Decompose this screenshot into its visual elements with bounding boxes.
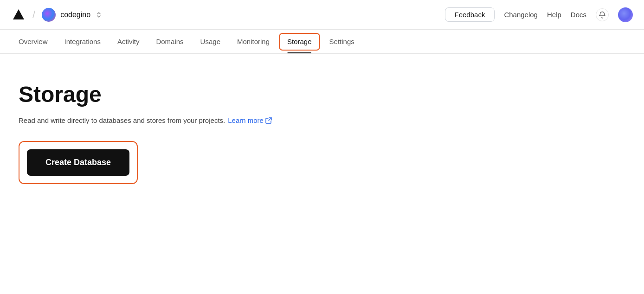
subnav-item-activity[interactable]: Activity [110,30,147,54]
help-link[interactable]: Help [547,11,561,19]
docs-link[interactable]: Docs [571,11,586,19]
chevron-updown-icon[interactable] [95,11,103,19]
subnav-item-storage[interactable]: Storage [279,33,320,51]
sub-navbar: Overview Integrations Activity Domains U… [0,30,644,54]
user-avatar[interactable] [618,7,633,22]
changelog-link[interactable]: Changelog [504,11,538,19]
subnav-item-integrations[interactable]: Integrations [57,30,108,54]
main-content: Storage Read and write directly to datab… [0,54,644,203]
page-title: Storage [19,82,625,107]
project-avatar[interactable] [42,8,56,22]
logo-triangle-icon[interactable] [11,7,26,22]
learn-more-label: Learn more [228,116,264,124]
external-link-icon [265,117,272,124]
project-name: codegino [60,11,90,19]
brand-area: / codegino [11,7,103,22]
description-text: Read and write directly to databases and… [19,116,225,124]
feedback-button[interactable]: Feedback [445,7,495,22]
nav-actions: Feedback Changelog Help Docs [445,7,633,22]
page-description: Read and write directly to databases and… [19,116,625,124]
slash-divider: / [32,9,35,21]
top-navbar: / codegino Feedback Changelog Help Docs [0,0,644,30]
create-database-wrapper: Create Database [19,141,138,184]
create-database-button[interactable]: Create Database [27,149,129,176]
learn-more-link[interactable]: Learn more [228,116,272,124]
subnav-item-overview[interactable]: Overview [11,30,55,54]
subnav-item-settings[interactable]: Settings [322,30,362,54]
subnav-item-monitoring[interactable]: Monitoring [230,30,277,54]
subnav-item-usage[interactable]: Usage [193,30,228,54]
svg-marker-0 [13,9,24,19]
subnav-item-domains[interactable]: Domains [148,30,191,54]
notifications-bell-icon[interactable] [596,8,609,21]
